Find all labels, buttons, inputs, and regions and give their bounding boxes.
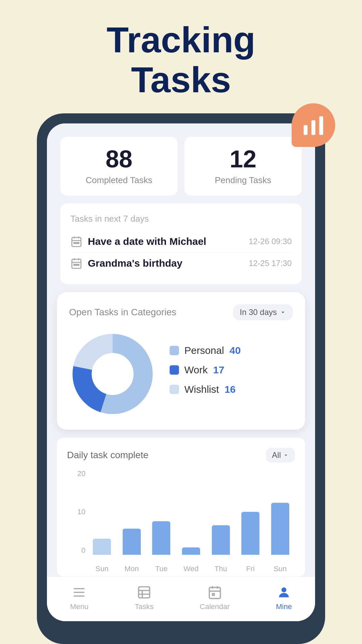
wishlist-color-dot [170,385,179,394]
pending-label: Pending Tasks [191,175,295,185]
pending-tasks-card: 12 Pending Tasks [184,137,302,196]
bar-mon-value [123,529,141,555]
nav-calendar[interactable]: Calendar [200,585,230,611]
bar-thu [206,525,236,555]
bar-chart: 0 10 20 [67,469,295,577]
task-time-1: 12-25 17:30 [249,259,292,268]
work-color-dot [170,365,179,375]
categories-title: Open Tasks in Categories [69,307,176,318]
bar-sun-value [93,539,111,555]
svg-rect-15 [76,264,77,265]
categories-legend: Personal 40 Work 17 [170,345,293,403]
bar-wed [176,547,206,555]
task-time-0: 12-26 09:30 [249,237,292,246]
bar-fri [236,512,265,555]
wishlist-label: Wishlist 16 [184,384,236,395]
wishlist-count: 16 [225,384,236,395]
upcoming-tasks-section: Tasks in next 7 days Have a date with Mi… [60,204,302,284]
x-label-sun2: Sun [265,565,295,573]
nav-menu-label: Menu [70,602,88,611]
bar-sun2-value [271,503,289,555]
svg-rect-24 [139,587,150,598]
bar-fri-value [241,512,259,555]
svg-rect-14 [74,264,75,265]
bottom-nav: Menu Tasks Calendar [47,577,315,621]
y-axis-labels: 0 10 20 [67,469,85,556]
phone-screen: 88 Completed Tasks 12 Pending Tasks Task… [47,123,315,621]
stats-row: 88 Completed Tasks 12 Pending Tasks [60,137,302,196]
completed-tasks-card: 88 Completed Tasks [60,137,178,196]
work-count: 17 [213,364,224,375]
svg-rect-16 [78,264,79,265]
completed-count: 88 [67,147,171,171]
nav-tasks-label: Tasks [135,602,154,611]
nav-mine-label: Mine [276,602,292,611]
bar-sun2 [265,503,295,555]
x-label-tue: Tue [146,565,176,573]
x-label-wed: Wed [176,565,206,573]
bar-tue-value [152,521,170,555]
categories-header: Open Tasks in Categories In 30 days [69,304,293,320]
daily-filter-btn[interactable]: All [266,448,295,463]
upcoming-header: Tasks in next 7 days [70,214,292,224]
bar-tue [146,521,176,555]
svg-rect-8 [76,243,77,244]
personal-color-dot [170,346,179,355]
y-label-20: 20 [67,469,85,478]
x-axis-labels: Sun Mon Tue Wed Thu Fri Sun [87,558,295,577]
legend-wishlist: Wishlist 16 [170,384,293,395]
stats-badge-icon [292,103,335,147]
svg-rect-22 [74,592,85,593]
nav-tasks[interactable]: Tasks [135,585,154,611]
phone-frame: 88 Completed Tasks 12 Pending Tasks Task… [37,113,325,644]
svg-rect-1 [311,120,315,135]
nav-mine[interactable]: Mine [276,585,292,611]
daily-title: Daily task complete [67,450,148,461]
bars-row [87,469,295,556]
x-label-mon: Mon [117,565,147,573]
svg-rect-2 [319,116,323,135]
task-item-1[interactable]: Grandma's birthday 12-25 17:30 [70,253,292,274]
donut-chart [69,330,156,418]
y-label-0: 0 [67,546,85,555]
categories-card: Open Tasks in Categories In 30 days [57,292,305,430]
pending-count: 12 [191,147,295,171]
daily-section: Daily task complete All 0 10 20 [57,438,305,577]
svg-rect-9 [78,243,79,244]
svg-rect-23 [74,595,85,597]
bar-thu-value [212,525,230,555]
nav-calendar-label: Calendar [200,602,230,611]
bar-sun [87,539,117,555]
nav-menu[interactable]: Menu [70,585,88,611]
completed-label: Completed Tasks [67,175,171,185]
personal-count: 40 [230,345,241,356]
task-name-0: Have a date with Michael [88,236,243,247]
categories-content: Personal 40 Work 17 [69,330,293,418]
y-label-10: 10 [67,507,85,516]
legend-work: Work 17 [170,364,293,376]
legend-personal: Personal 40 [170,345,293,356]
task-name-1: Grandma's birthday [88,258,243,269]
personal-label: Personal 40 [184,345,241,356]
work-label: Work 17 [184,364,224,376]
bar-mon [117,529,147,555]
svg-rect-0 [304,125,308,135]
x-label-thu: Thu [206,565,236,573]
task-item-0[interactable]: Have a date with Michael 12-26 09:30 [70,231,292,253]
svg-rect-7 [74,243,75,244]
svg-rect-21 [74,588,85,589]
x-label-fri: Fri [236,565,265,573]
svg-rect-32 [212,593,214,595]
page-title: Tracking Tasks [107,20,255,100]
bar-wed-value [182,547,200,555]
x-label-sun: Sun [87,565,117,573]
svg-point-33 [282,587,287,592]
daily-header: Daily task complete All [67,448,295,463]
svg-point-20 [92,353,134,395]
categories-filter-btn[interactable]: In 30 days [233,304,293,320]
